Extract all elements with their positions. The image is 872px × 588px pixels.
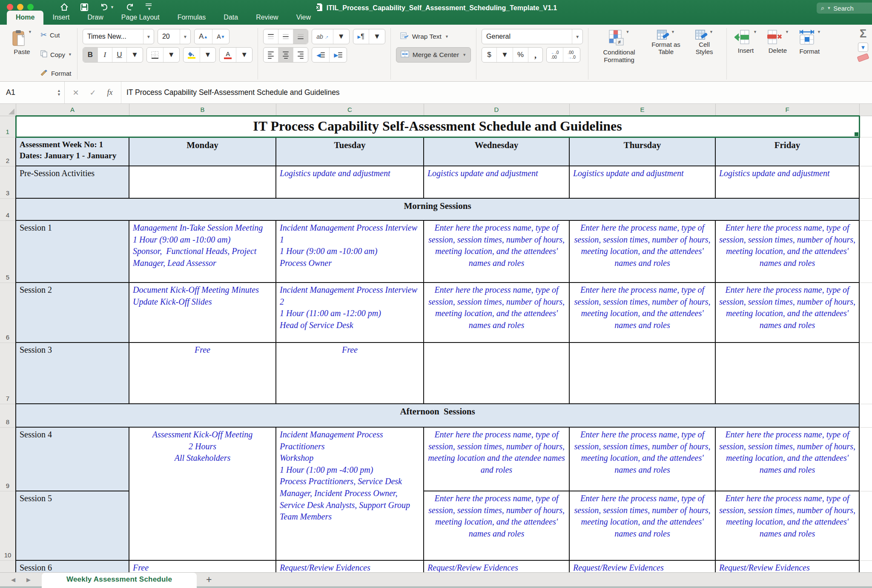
cell-E2[interactable]: Thursday bbox=[569, 137, 715, 166]
cell-B11[interactable]: Free bbox=[129, 560, 276, 572]
cell-C5[interactable]: Incident Management Process Interview 1 … bbox=[276, 220, 424, 283]
font-name-caret[interactable]: ▼ bbox=[143, 29, 154, 44]
cell-G2[interactable] bbox=[859, 137, 872, 166]
select-all-corner[interactable] bbox=[0, 104, 16, 116]
cell-A3[interactable]: Pre-Session Activities bbox=[16, 166, 129, 198]
fill-color-dropdown-caret[interactable]: ▼ bbox=[200, 48, 216, 62]
paste-dropdown-caret[interactable]: ▼ bbox=[28, 30, 32, 34]
font-name-select[interactable]: Times New... ▼ bbox=[83, 29, 154, 44]
cell-B2[interactable]: Monday bbox=[129, 137, 276, 166]
format-as-table-caret[interactable]: ▼ bbox=[671, 30, 675, 34]
cell-G1[interactable] bbox=[859, 116, 872, 137]
cell-B3[interactable] bbox=[129, 166, 276, 198]
row-header-1[interactable]: 1 bbox=[0, 116, 16, 137]
tab-draw[interactable]: Draw bbox=[78, 11, 112, 25]
insert-cells-caret[interactable]: ▼ bbox=[753, 30, 757, 34]
align-middle-button[interactable] bbox=[278, 29, 293, 44]
tab-insert[interactable]: Insert bbox=[43, 11, 78, 25]
cell-D10[interactable]: Enter here the process name, type of ses… bbox=[424, 491, 569, 560]
align-center-button[interactable] bbox=[278, 48, 293, 62]
row-header-10[interactable]: 10 bbox=[0, 491, 16, 560]
delete-cells-caret[interactable]: ▼ bbox=[785, 30, 789, 34]
column-header-B[interactable]: B bbox=[129, 104, 276, 116]
tab-view[interactable]: View bbox=[287, 11, 320, 25]
cell-A9[interactable]: Session 4 bbox=[16, 427, 129, 491]
wrap-text-caret[interactable]: ▼ bbox=[445, 34, 449, 39]
increase-decimal-button[interactable]: .00→.0 bbox=[563, 48, 579, 62]
zoom-window-button[interactable] bbox=[27, 4, 34, 10]
text-orientation-caret[interactable]: ▼ bbox=[333, 29, 349, 44]
redo-button[interactable] bbox=[125, 3, 135, 11]
cell-E3[interactable]: Logistics update and adjustment bbox=[569, 166, 715, 198]
cell-A8[interactable]: Afternoon Sessions bbox=[16, 404, 859, 427]
clear-button[interactable] bbox=[857, 53, 869, 62]
cell-G9[interactable] bbox=[859, 427, 872, 491]
cell-F9[interactable]: Enter here the process name, type of ses… bbox=[715, 427, 859, 491]
font-color-button[interactable]: A bbox=[220, 48, 236, 62]
cell-F6[interactable]: Enter here the process name, type of ses… bbox=[715, 283, 859, 343]
cell-G11[interactable] bbox=[859, 560, 872, 572]
cell-D7[interactable] bbox=[424, 343, 569, 404]
currency-dropdown-caret[interactable]: ▼ bbox=[496, 48, 513, 62]
formula-input[interactable]: IT Process Capability Self-Assessment Sc… bbox=[121, 82, 872, 103]
cell-C7[interactable]: Free bbox=[276, 343, 424, 404]
prev-sheet-arrow[interactable]: ◀ bbox=[11, 577, 15, 583]
cell-D6[interactable]: Enter here the process name, type of ses… bbox=[424, 283, 569, 343]
cell-D5[interactable]: Enter here the process name, type of ses… bbox=[424, 220, 569, 283]
cell-F10[interactable]: Enter here the process name, type of ses… bbox=[715, 491, 859, 560]
align-right-button[interactable] bbox=[293, 48, 308, 62]
tab-review[interactable]: Review bbox=[247, 11, 287, 25]
cell-C9[interactable]: Incident Management Process Practitioner… bbox=[276, 427, 424, 560]
column-header-F[interactable]: F bbox=[715, 104, 859, 116]
cell-E7[interactable] bbox=[569, 343, 715, 404]
cell-C3[interactable]: Logistics update and adjustment bbox=[276, 166, 424, 198]
cell-styles-button[interactable]: ▼ Cell Styles bbox=[687, 29, 721, 79]
cell-B9[interactable]: Assessment Kick-Off Meeting 2 Hours All … bbox=[129, 427, 276, 560]
cell-D2[interactable]: Wednesday bbox=[424, 137, 569, 166]
row-header-8[interactable]: 8 bbox=[0, 404, 16, 427]
comma-style-button[interactable]: , bbox=[528, 48, 542, 62]
decrease-decimal-button[interactable]: ←.0.00 bbox=[547, 48, 563, 62]
merge-center-caret[interactable]: ▼ bbox=[462, 53, 466, 57]
column-header-D[interactable]: D bbox=[424, 104, 569, 116]
font-color-dropdown-caret[interactable]: ▼ bbox=[236, 48, 252, 62]
decrease-font-size-button[interactable]: A▼ bbox=[212, 29, 229, 44]
cell-A5[interactable]: Session 1 bbox=[16, 220, 129, 283]
conditional-formatting-caret[interactable]: ▼ bbox=[626, 30, 630, 34]
cell-B7[interactable]: Free bbox=[129, 343, 276, 404]
format-as-table-button[interactable]: ▼ Format as Table bbox=[646, 29, 686, 79]
save-icon[interactable] bbox=[80, 3, 89, 11]
name-box-stepper[interactable]: ▲▼ bbox=[57, 89, 61, 97]
cell-G4[interactable] bbox=[859, 198, 872, 220]
cell-E9[interactable]: Enter here the process name, type of ses… bbox=[569, 427, 715, 491]
cell-F5[interactable]: Enter here the process name, type of ses… bbox=[715, 220, 859, 283]
cell-G5[interactable] bbox=[859, 220, 872, 283]
cell-A2[interactable]: Assessment Week No: 1 Dates: January 1 -… bbox=[16, 137, 129, 166]
conditional-formatting-button[interactable]: ≠ ▼ Conditional Formatting bbox=[594, 29, 645, 79]
cell-A1[interactable]: IT Process Capability Self-Assessment Sc… bbox=[16, 116, 859, 137]
cell-G7[interactable] bbox=[859, 343, 872, 404]
row-header-9[interactable]: 9 bbox=[0, 427, 16, 491]
increase-indent-button[interactable]: ▶ bbox=[329, 48, 347, 62]
customize-toolbar-button[interactable]: ▼ bbox=[146, 3, 152, 11]
cell-F7[interactable] bbox=[715, 343, 859, 404]
underline-button[interactable]: U bbox=[112, 48, 126, 62]
tab-formulas[interactable]: Formulas bbox=[169, 11, 215, 25]
column-header-C[interactable]: C bbox=[276, 104, 424, 116]
insert-cells-button[interactable]: ▼ Insert bbox=[732, 29, 760, 79]
row-header-7[interactable]: 7 bbox=[0, 343, 16, 404]
cell-B6[interactable]: Document Kick-Off Meeting Minutes Update… bbox=[129, 283, 276, 343]
row-header-4[interactable]: 4 bbox=[0, 198, 16, 220]
name-box[interactable]: A1 ▲▼ bbox=[0, 82, 65, 103]
align-bottom-button[interactable] bbox=[293, 29, 308, 44]
text-direction-caret[interactable]: ▼ bbox=[369, 29, 385, 44]
format-painter-button[interactable]: Format bbox=[40, 69, 72, 77]
cell-F11[interactable]: Request/Review Evidences bbox=[715, 560, 859, 572]
bold-button[interactable]: B bbox=[83, 48, 98, 62]
cell-D9[interactable]: Enter here the process name, type of ses… bbox=[424, 427, 569, 491]
format-cells-button[interactable]: ▼ Format bbox=[796, 29, 823, 79]
cell-C6[interactable]: Incident Management Process Interview 2 … bbox=[276, 283, 424, 343]
tab-page-layout[interactable]: Page Layout bbox=[112, 11, 169, 25]
column-header-A[interactable]: A bbox=[16, 104, 129, 116]
cell-G6[interactable] bbox=[859, 283, 872, 343]
